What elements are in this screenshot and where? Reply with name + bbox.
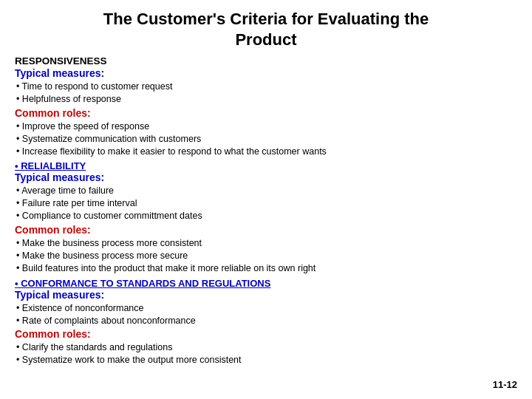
typical-measures-label-2: Typical measures: xyxy=(15,171,517,183)
common-bullet-conformance-2: • Systematize work to make the output mo… xyxy=(16,354,517,366)
bullet-responsiveness-1: • Time to respond to customer request xyxy=(16,81,517,93)
common-bullet-responsiveness-1: • Improve the speed of response xyxy=(16,120,517,133)
conformance-link[interactable]: • CONFORMANCE TO STANDARDS AND REGULATIO… xyxy=(15,278,517,289)
common-bullet-responsiveness-2: • Systematize communication with custome… xyxy=(16,133,517,146)
title-line2: Product xyxy=(235,30,296,49)
common-roles-label-3: Common roles: xyxy=(15,328,517,340)
common-bullet-reliability-1: • Make the business process more consist… xyxy=(16,237,517,250)
section-reliability: • RELIALBILITY Typical measures: • Avera… xyxy=(15,160,517,274)
title: The Customer's Criteria for Evaluating t… xyxy=(15,9,517,50)
typical-measures-label-1: Typical measures: xyxy=(15,67,517,79)
section-conformance: • CONFORMANCE TO STANDARDS AND REGULATIO… xyxy=(15,278,517,367)
common-bullet-responsiveness-3: • Increase flexibility to make it easier… xyxy=(16,146,517,158)
common-bullet-conformance-1: • Clarify the standards and regulations xyxy=(16,341,517,354)
common-roles-label-1: Common roles: xyxy=(15,107,517,119)
common-bullet-reliability-2: • Make the business process more secure xyxy=(16,250,517,262)
bullet-reliability-2: • Failure rate per time interval xyxy=(16,197,517,210)
typical-measures-label-3: Typical measures: xyxy=(15,289,517,301)
bullet-conformance-2: • Rate of complaints about nonconformanc… xyxy=(16,315,517,327)
section-header-responsiveness: RESPONSIVENESS xyxy=(15,55,517,66)
bullet-responsiveness-2: • Helpfulness of response xyxy=(16,93,517,106)
common-roles-label-2: Common roles: xyxy=(15,224,517,236)
bullet-conformance-1: • Existence of nonconformance xyxy=(16,302,517,315)
bullet-reliability-3: • Compliance to customer committment dat… xyxy=(16,210,517,222)
reliability-link[interactable]: • RELIALBILITY xyxy=(15,160,517,171)
common-bullet-reliability-3: • Build features into the product that m… xyxy=(16,262,517,275)
title-line1: The Customer's Criteria for Evaluating t… xyxy=(103,10,429,28)
page-number: 11-12 xyxy=(493,379,517,390)
bullet-reliability-1: • Average time to failure xyxy=(16,185,517,197)
section-responsiveness: RESPONSIVENESS Typical measures: • Time … xyxy=(15,55,517,157)
